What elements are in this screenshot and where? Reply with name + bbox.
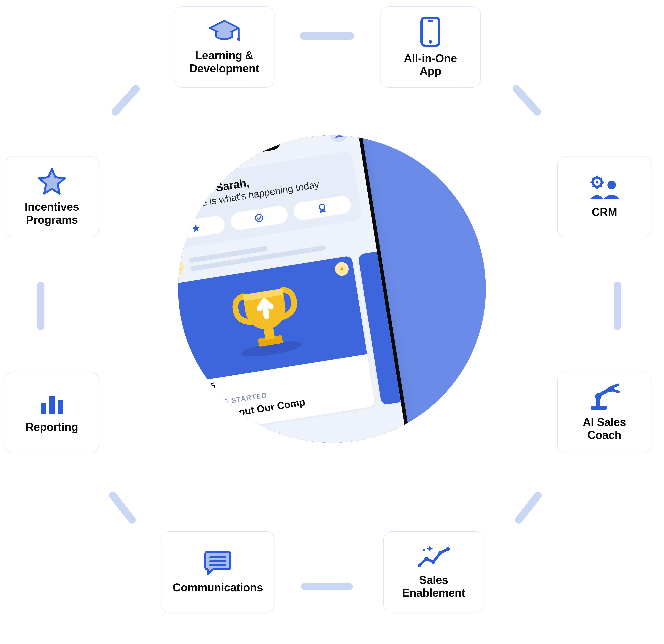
connector-dash — [614, 282, 621, 330]
svg-point-2 — [237, 38, 240, 41]
feature-incentives-programs[interactable]: IncentivesPrograms — [5, 156, 99, 237]
connector-dash — [108, 490, 137, 525]
svg-line-15 — [593, 185, 594, 186]
svg-rect-19 — [49, 396, 55, 414]
svg-line-14 — [600, 185, 601, 186]
svg-point-29 — [417, 563, 421, 567]
connector-dash — [301, 583, 353, 590]
feature-communications[interactable]: Communications — [161, 531, 274, 613]
svg-point-36 — [168, 193, 174, 199]
feature-sales-enablement[interactable]: SalesEnablement — [383, 531, 484, 613]
feature-reporting[interactable]: Reporting — [5, 372, 99, 453]
bar-chart-icon — [38, 391, 66, 416]
robot-arm-icon — [589, 384, 620, 411]
svg-rect-5 — [428, 20, 433, 22]
svg-point-17 — [607, 181, 616, 189]
svg-point-34 — [423, 549, 425, 551]
user-avatar-icon — [161, 187, 181, 207]
svg-point-31 — [431, 560, 435, 564]
svg-point-33 — [446, 547, 450, 551]
svg-line-13 — [593, 178, 594, 179]
feature-crm[interactable]: CRM — [557, 156, 651, 237]
svg-point-8 — [596, 181, 598, 184]
connector-dash — [110, 83, 141, 117]
feature-label: Learning &Development — [189, 49, 259, 75]
feature-label: AI SalesCoach — [583, 416, 626, 442]
feature-learning-development[interactable]: Learning &Development — [174, 6, 274, 88]
svg-point-32 — [438, 551, 442, 555]
people-gear-icon — [587, 175, 621, 201]
feature-label: All-in-OneApp — [404, 52, 457, 78]
smartphone-icon — [420, 17, 441, 47]
svg-line-16 — [600, 178, 601, 179]
svg-point-4 — [429, 40, 432, 44]
menu-icon[interactable] — [147, 155, 164, 168]
feature-all-in-one-app[interactable]: All-in-OneApp — [380, 6, 481, 88]
hero-circle — [178, 135, 486, 443]
feature-label: Communications — [173, 581, 263, 594]
svg-marker-45 — [196, 384, 203, 391]
feature-label: IncentivesPrograms — [25, 200, 79, 226]
svg-rect-20 — [58, 401, 63, 414]
chat-icon — [204, 550, 231, 576]
feature-label: SalesEnablement — [402, 574, 465, 599]
connector-dash — [514, 490, 543, 525]
graduation-cap-icon — [208, 19, 240, 44]
feature-ai-sales-coach[interactable]: AI SalesCoach — [557, 372, 651, 453]
svg-rect-18 — [41, 403, 46, 414]
star-icon — [37, 167, 66, 195]
trend-sparkle-icon — [417, 544, 450, 568]
connector-dash — [37, 282, 44, 330]
diagram-stage: Learning &Development All-in-OneApp Ince… — [0, 0, 664, 644]
feature-label: CRM — [592, 206, 617, 219]
svg-marker-40 — [171, 262, 178, 272]
connector-dash — [299, 32, 354, 40]
connector-dash — [511, 83, 542, 117]
svg-marker-6 — [39, 169, 65, 194]
feature-label: Reporting — [26, 421, 78, 434]
svg-point-30 — [424, 557, 428, 561]
svg-point-35 — [335, 128, 341, 133]
